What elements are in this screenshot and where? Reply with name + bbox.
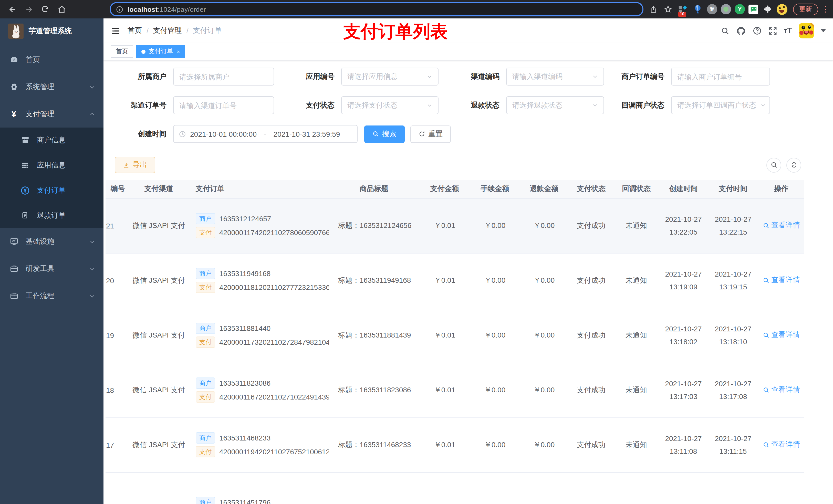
view-detail-link[interactable]: 查看详情 — [763, 385, 800, 394]
extension-badge: 10 — [678, 12, 686, 17]
url-text: localhost:1024/pay/order — [127, 5, 206, 13]
sidebar-item-payment[interactable]: ¥ 支付管理 — [0, 100, 103, 127]
merchant-order-no-field[interactable] — [671, 68, 770, 86]
sidebar-item-merchant-info[interactable]: 商户信息 — [0, 127, 103, 153]
sidebar-toggle-icon[interactable] — [111, 26, 120, 35]
monitor-chart-icon — [9, 237, 19, 246]
refund-amount: ￥0.00 — [520, 253, 569, 308]
date-separator: - — [261, 130, 269, 138]
merchant-tag: 商户 — [196, 213, 215, 224]
channel-code-select[interactable]: 请输入渠道编码 — [506, 68, 604, 86]
avatar-caret-icon[interactable] — [821, 29, 826, 32]
fee-amount: ￥0.00 — [470, 198, 520, 253]
table-row[interactable]: 20 微信 JSAPI 支付 商户 1635311949168 支付 42000… — [105, 253, 804, 308]
refund-status-select[interactable]: 请选择退款状态 — [506, 96, 604, 114]
created-time: 13:19:09 — [659, 281, 708, 293]
sidebar-item-label: 退款订单 — [37, 211, 66, 220]
merchant-select[interactable] — [173, 68, 274, 86]
date-end[interactable]: 2021-10-31 23:59:59 — [273, 130, 340, 138]
view-detail-link[interactable]: 查看详情 — [763, 440, 800, 450]
export-button[interactable]: 导出 — [115, 157, 155, 173]
user-avatar[interactable] — [799, 23, 814, 39]
table-row[interactable]: 18 微信 JSAPI 支付 商户 1635311823086 支付 42000… — [105, 363, 804, 417]
font-size-icon[interactable]: TT — [784, 26, 792, 35]
pay-tag: 支付 — [196, 282, 215, 293]
order-id: 19 — [105, 308, 128, 363]
extension-dot-icon[interactable] — [721, 4, 731, 14]
channel-order-no-field[interactable] — [173, 96, 274, 114]
back-icon[interactable] — [6, 3, 19, 16]
col-fee: 手续金额 — [470, 180, 520, 198]
pay-order-number: 4200001174202110278060590766 — [219, 229, 329, 237]
goods-title-prefix: 标题： — [338, 440, 360, 449]
breadcrumb-payment[interactable]: 支付管理 — [153, 26, 182, 35]
extension-command-icon[interactable]: ⌘ — [707, 4, 717, 14]
refresh-table-button[interactable] — [786, 158, 801, 172]
header-search-icon[interactable] — [721, 26, 730, 35]
profile-avatar-icon[interactable] — [777, 4, 787, 15]
sidebar-item-devtools[interactable]: 研发工具 — [0, 255, 103, 282]
table-row[interactable]: 21 微信 JSAPI 支付 商户 1635312124657 支付 42000… — [105, 198, 804, 253]
filter-label-merchant: 所属商户 — [108, 72, 173, 81]
bookmark-star-icon[interactable] — [662, 4, 674, 15]
sidebar-item-app-info[interactable]: 应用信息 — [0, 153, 103, 178]
share-icon[interactable] — [647, 4, 659, 15]
merchant-input[interactable] — [179, 72, 268, 81]
search-button[interactable]: 搜索 — [364, 125, 405, 143]
tag-pay-order[interactable]: 支付订单 × — [136, 45, 185, 58]
sidebar-item-system[interactable]: 系统管理 — [0, 73, 103, 100]
created-time: 13:22:05 — [659, 225, 708, 238]
extension-y-icon[interactable]: Y — [735, 4, 745, 14]
browser-menu-icon[interactable]: ⋮ — [822, 5, 829, 14]
chevron-down-icon — [89, 238, 95, 245]
pay-tag: 支付 — [196, 446, 215, 457]
fullscreen-icon[interactable] — [768, 26, 777, 35]
paid-date: 2021-10-27 — [708, 323, 758, 335]
forward-icon[interactable] — [22, 3, 35, 16]
view-detail-link[interactable]: 查看详情 — [763, 276, 800, 285]
app-select[interactable]: 请选择应用信息 — [341, 68, 438, 86]
fee-amount: ￥0.00 — [470, 308, 520, 363]
site-info-icon[interactable] — [116, 5, 123, 13]
help-icon[interactable] — [753, 26, 762, 35]
tag-home[interactable]: 首页 — [111, 45, 133, 58]
sidebar-item-pay-order[interactable]: 支付订单 — [0, 178, 103, 203]
extension-chat-icon[interactable] — [748, 4, 758, 14]
notify-status-select[interactable]: 请选择订单回调商户状态 — [671, 96, 770, 114]
home-icon[interactable] — [55, 3, 68, 16]
sidebar-item-refund-order[interactable]: 退款订单 — [0, 203, 103, 228]
refund-amount: ￥0.00 — [520, 363, 569, 417]
create-time-range-picker[interactable]: 2021-10-01 00:00:00 - 2021-10-31 23:59:5… — [173, 125, 358, 143]
table-row[interactable]: 17 微信 JSAPI 支付 商户 1635311468233 支付 42000… — [105, 417, 804, 472]
sidebar-item-workflow[interactable]: 工作流程 — [0, 282, 103, 309]
view-detail-icon — [763, 387, 769, 393]
sidebar-item-infra[interactable]: 基础设施 — [0, 228, 103, 255]
channel-order-no-input[interactable] — [179, 101, 268, 110]
app-logo — [8, 24, 24, 39]
reset-button[interactable]: 重置 — [410, 125, 451, 143]
pay-order-number: 4200001181202110277723215336 — [219, 283, 329, 291]
breadcrumb-home[interactable]: 首页 — [127, 26, 142, 35]
paid-date: 2021-10-27 — [708, 432, 758, 445]
pay-status-select[interactable]: 请选择支付状态 — [341, 96, 438, 114]
order-id: 21 — [105, 198, 128, 253]
github-icon[interactable] — [736, 26, 746, 35]
view-detail-link[interactable]: 查看详情 — [763, 331, 800, 340]
update-button[interactable]: 更新 — [793, 3, 818, 15]
date-start[interactable]: 2021-10-01 00:00:00 — [190, 130, 257, 138]
table-row[interactable]: 19 微信 JSAPI 支付 商户 1635311881440 支付 42000… — [105, 308, 804, 363]
extension-balloon-icon[interactable] — [692, 4, 704, 15]
reload-icon[interactable] — [39, 3, 52, 16]
extensions-puzzle-icon[interactable] — [762, 4, 773, 15]
active-dot — [141, 49, 145, 53]
sidebar-item-label: 首页 — [26, 55, 40, 64]
sidebar-item-home[interactable]: 首页 — [0, 46, 103, 73]
address-bar[interactable]: localhost:1024/pay/order — [110, 2, 643, 16]
tag-close-icon[interactable]: × — [177, 48, 180, 54]
extension-tampermonkey-icon[interactable]: 10 — [677, 4, 689, 15]
sidebar-logo-row[interactable]: 芋道管理系统 — [0, 19, 103, 44]
pay-amount: ￥0.01 — [419, 417, 470, 472]
toggle-search-button[interactable] — [766, 158, 781, 172]
view-detail-link[interactable]: 查看详情 — [763, 221, 800, 230]
merchant-order-no-input[interactable] — [677, 72, 764, 81]
